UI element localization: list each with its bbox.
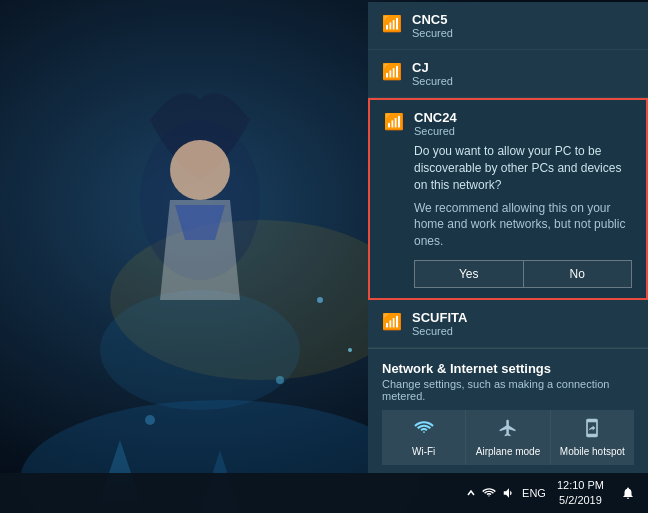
network-item-cnc5[interactable]: 📶 CNC5 Secured	[368, 2, 648, 50]
quick-action-wifi[interactable]: Wi-Fi	[382, 410, 466, 465]
network-info-cnc5: CNC5 Secured	[412, 12, 634, 39]
notification-button[interactable]	[612, 473, 644, 513]
svg-point-7	[276, 376, 284, 384]
settings-title[interactable]: Network & Internet settings	[382, 361, 634, 376]
hotspot-quick-icon	[582, 418, 602, 442]
settings-subtitle: Change settings, such as making a connec…	[382, 378, 634, 402]
language-label: ENG	[522, 487, 546, 499]
network-panel: 📶 CNC5 Secured 📶 CJ Secured 📶 CNC24 Secu…	[368, 2, 648, 473]
network-info-cj: CJ Secured	[412, 60, 634, 87]
svg-point-6	[317, 297, 323, 303]
network-tray-icon	[482, 486, 496, 500]
network-item-cj[interactable]: 📶 CJ Secured	[368, 50, 648, 98]
discoverable-prompt: Do you want to allow your PC to be disco…	[414, 143, 632, 193]
wifi-icon-cnc24: 📶	[384, 112, 404, 131]
svg-point-3	[100, 290, 300, 410]
hotspot-label: Mobile hotspot	[560, 446, 625, 457]
network-settings-area: Network & Internet settings Change setti…	[368, 348, 648, 473]
wifi-quick-icon	[414, 418, 434, 442]
no-button[interactable]: No	[523, 260, 633, 288]
network-status-cj: Secured	[412, 75, 634, 87]
network-item-scufita[interactable]: 📶 SCUFITA Secured	[368, 300, 648, 348]
network-item-cnc24[interactable]: 📶 CNC24 Secured Do you want to allow you…	[368, 98, 648, 300]
tray-network-icon-button[interactable]	[479, 473, 499, 513]
wifi-icon-cnc5: 📶	[382, 14, 402, 33]
quick-action-airplane[interactable]: Airplane mode	[466, 410, 550, 465]
network-name-scufita: SCUFITA	[412, 310, 634, 325]
wifi-label: Wi-Fi	[412, 446, 435, 457]
quick-action-hotspot[interactable]: Mobile hotspot	[551, 410, 634, 465]
airplane-quick-icon	[498, 418, 518, 442]
airplane-label: Airplane mode	[476, 446, 540, 457]
wifi-icon-cj: 📶	[382, 62, 402, 81]
network-info-cnc24: CNC24 Secured Do you want to allow your …	[414, 110, 632, 288]
network-status-cnc24: Secured	[414, 125, 632, 137]
clock-time: 12:10 PM	[557, 478, 604, 493]
tray-chevron-button[interactable]	[463, 473, 479, 513]
svg-point-9	[145, 415, 155, 425]
tray-volume-icon-button[interactable]	[499, 473, 519, 513]
clock-area[interactable]: 12:10 PM 5/2/2019	[549, 473, 612, 513]
network-status-scufita: Secured	[412, 325, 634, 337]
volume-tray-icon	[502, 486, 516, 500]
chevron-up-icon	[466, 488, 476, 498]
yes-button[interactable]: Yes	[414, 260, 523, 288]
network-status-cnc5: Secured	[412, 27, 634, 39]
network-name-cj: CJ	[412, 60, 634, 75]
network-name-cnc24: CNC24	[414, 110, 632, 125]
svg-point-12	[170, 140, 230, 200]
clock-date: 5/2/2019	[559, 493, 602, 508]
tray-language-button[interactable]: ENG	[519, 473, 549, 513]
quick-actions: Wi-Fi Airplane mode Mobile hotspot	[382, 410, 634, 465]
prompt-buttons: Yes No	[414, 260, 632, 288]
network-name-cnc5: CNC5	[412, 12, 634, 27]
notification-icon	[621, 486, 635, 500]
network-info-scufita: SCUFITA Secured	[412, 310, 634, 337]
tray-icons-group: ENG	[463, 473, 549, 513]
recommend-text: We recommend allowing this on your home …	[414, 200, 632, 250]
wifi-icon-scufita: 📶	[382, 312, 402, 331]
taskbar: ENG 12:10 PM 5/2/2019	[0, 473, 648, 513]
svg-point-8	[348, 348, 352, 352]
